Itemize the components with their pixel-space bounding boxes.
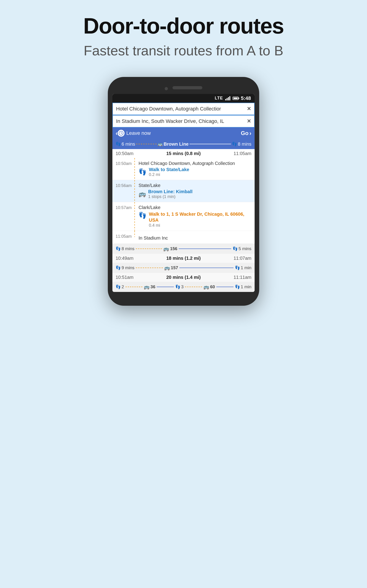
route1-summary-bar[interactable]: 👣 6 mins 🚌 Brown Line 👣 8 mins bbox=[112, 139, 255, 149]
origin-close-button[interactable]: ✕ bbox=[247, 106, 251, 112]
step1-walk-icon: 👣 bbox=[139, 168, 147, 176]
step1-connector bbox=[133, 158, 136, 180]
route2-walk2-label: 5 mins bbox=[239, 246, 251, 251]
step1-location: Hotel Chicago Downtown, Autograph Collec… bbox=[139, 161, 251, 166]
route4-walk1: 👣 2 bbox=[116, 284, 124, 289]
route3-time-row: 10:51am 20 mins (1.4 mi) 11:11am bbox=[112, 273, 255, 282]
route3-end-time: 11:11am bbox=[234, 275, 251, 280]
route3-bus-icon: 🚌 bbox=[164, 265, 170, 271]
clock-icon bbox=[118, 130, 125, 137]
route1-walk2-label: 8 mins bbox=[238, 141, 251, 147]
route4-summary-bar: 👣 2 🚌 36 👣 3 🚌 60 bbox=[112, 282, 255, 292]
step3-connector bbox=[133, 202, 136, 231]
destination-search-bar[interactable]: In Stadium Inc, South Wacker Drive, Chic… bbox=[112, 115, 255, 128]
route2-time-row: 10:49am 18 mins (1.2 mi) 11:07am bbox=[112, 254, 255, 263]
route4-solid1 bbox=[157, 287, 174, 287]
route4-walk2-icon: 👣 bbox=[175, 284, 180, 289]
route3-walk2-icon: 👣 bbox=[235, 265, 240, 270]
route4-bus1-icon: 🚌 bbox=[144, 284, 150, 290]
step2-action: Brown Line: Kimball bbox=[148, 189, 192, 194]
route2-start-time: 10:49am bbox=[116, 256, 133, 261]
phone-screen: LTE 5:48 Hotel Chicago Downtown, Autogra… bbox=[112, 94, 255, 292]
route4-dashed2 bbox=[185, 287, 202, 287]
route1-sep1 bbox=[136, 144, 157, 144]
route3-transit: 🚌 157 bbox=[164, 265, 178, 271]
step1-time: 10:50am bbox=[116, 161, 132, 166]
step3-walk-icon: 👣 bbox=[139, 211, 147, 219]
route4-transit1: 🚌 36 bbox=[144, 284, 155, 290]
route4-walk2-label: 3 bbox=[181, 284, 184, 289]
step1-dashed-line bbox=[134, 158, 135, 180]
page-subtitle: Fastest transit routes from A to B bbox=[83, 43, 284, 59]
step3-distance: 0.4 mi bbox=[149, 223, 251, 228]
route4-walk3-icon: 👣 bbox=[235, 284, 240, 289]
step1-distance: 0.2 mi bbox=[149, 172, 189, 177]
route1-walk2-icon: 👣 bbox=[232, 141, 237, 147]
route2-duration: 18 mins (1.2 mi) bbox=[166, 256, 201, 261]
route2-transit: 🚌 156 bbox=[163, 246, 177, 251]
route4-transit2: 🚌 60 bbox=[203, 284, 215, 290]
prev-time-button[interactable]: ‹ bbox=[116, 130, 118, 137]
step2-bus-icon: 🚌 bbox=[139, 190, 146, 198]
route1-step1: 10:50am Hotel Chicago Downtown, Autograp… bbox=[112, 158, 255, 180]
step2-connector bbox=[133, 180, 136, 202]
route1-bus-icon: 🚌 bbox=[158, 141, 163, 147]
route1-step2: 10:56am State/Lake 🚌 Brown Line: Kimball… bbox=[112, 180, 255, 202]
step4-time: 11:05am bbox=[116, 234, 132, 239]
route1-time-row: 10:50am 15 mins (0.8 mi) 11:05am bbox=[112, 149, 255, 158]
route1-end-time: 11:05am bbox=[234, 151, 251, 156]
route1-transit-segment: 🚌 Brown Line bbox=[158, 141, 189, 147]
go-button[interactable]: Go › bbox=[241, 130, 251, 137]
route3-summary-bar: 👣 9 mins 🚌 157 👣 1 min bbox=[112, 263, 255, 273]
route1-duration: 15 mins (0.8 mi) bbox=[166, 151, 201, 156]
route2-card[interactable]: 👣 8 mins 🚌 156 👣 5 mins 10:49am 18 mins … bbox=[112, 244, 255, 263]
route1-start-time: 10:50am bbox=[116, 151, 133, 156]
route3-walk1: 👣 9 mins bbox=[116, 265, 134, 270]
route3-walk1-icon: 👣 bbox=[116, 265, 121, 270]
step2-content: State/Lake 🚌 Brown Line: Kimball 1 stops… bbox=[136, 180, 255, 202]
step2-location: State/Lake bbox=[139, 183, 251, 188]
route1-walk1-label: 6 mins bbox=[122, 141, 135, 147]
step2-dashed-line bbox=[134, 180, 135, 202]
route1-walk1-segment: 👣 6 mins bbox=[116, 141, 135, 147]
destination-close-button[interactable]: ✕ bbox=[247, 118, 251, 124]
route4-card[interactable]: 👣 2 🚌 36 👣 3 🚌 60 bbox=[112, 282, 255, 292]
route4-transit2-label: 60 bbox=[210, 284, 215, 289]
step4-location: In Stadium Inc bbox=[139, 233, 251, 241]
time-bar: ‹ Leave now Go › bbox=[112, 128, 255, 139]
route3-transit-label: 157 bbox=[171, 265, 178, 270]
route2-walk1-label: 8 mins bbox=[122, 246, 134, 251]
route2-walk2-icon: 👣 bbox=[233, 246, 238, 251]
phone-top-area bbox=[112, 86, 255, 90]
route2-summary-bar: 👣 8 mins 🚌 156 👣 5 mins bbox=[112, 244, 255, 254]
origin-search-bar[interactable]: Hotel Chicago Downtown, Autograph Collec… bbox=[112, 103, 255, 115]
route4-walk1-icon: 👣 bbox=[116, 284, 121, 289]
step1-time-col: 10:50am bbox=[112, 158, 133, 180]
route3-walk2-label: 1 min bbox=[241, 265, 251, 270]
status-bar: LTE 5:48 bbox=[112, 94, 255, 103]
route2-end-time: 11:07am bbox=[234, 256, 251, 261]
route4-walk1-label: 2 bbox=[122, 284, 124, 289]
route4-walk3-label: 1 min bbox=[241, 284, 251, 289]
signal-bar-2 bbox=[227, 98, 227, 100]
step2-time-col: 10:56am bbox=[112, 180, 133, 202]
route3-solid1 bbox=[179, 268, 233, 268]
route3-card[interactable]: 👣 9 mins 🚌 157 👣 1 min 10:51am 20 mins (… bbox=[112, 263, 255, 282]
step3-action: Walk to 1, 1 S Wacker Dr, Chicago, IL 60… bbox=[149, 211, 251, 223]
signal-indicator bbox=[225, 96, 230, 100]
route2-transit-label: 156 bbox=[170, 246, 177, 251]
route1-walk1-icon: 👣 bbox=[116, 141, 121, 147]
route2-walk1-icon: 👣 bbox=[116, 246, 121, 251]
lte-indicator: LTE bbox=[215, 96, 223, 101]
step1-content: Hotel Chicago Downtown, Autograph Collec… bbox=[136, 158, 255, 180]
page-title: Door-to-door routes bbox=[83, 14, 284, 38]
step3-content: Clark/Lake 👣 Walk to 1, 1 S Wacker Dr, C… bbox=[136, 202, 255, 231]
step4-connector bbox=[133, 231, 136, 243]
route4-dashed1 bbox=[125, 287, 143, 287]
route1-solid-sep bbox=[190, 144, 231, 144]
route4-walk3: 👣 1 min bbox=[235, 284, 251, 289]
route2-walk2: 👣 5 mins bbox=[233, 246, 251, 251]
route4-walk2: 👣 3 bbox=[175, 284, 184, 289]
route3-start-time: 10:51am bbox=[116, 275, 133, 280]
origin-text: Hotel Chicago Downtown, Autograph Collec… bbox=[116, 106, 247, 112]
